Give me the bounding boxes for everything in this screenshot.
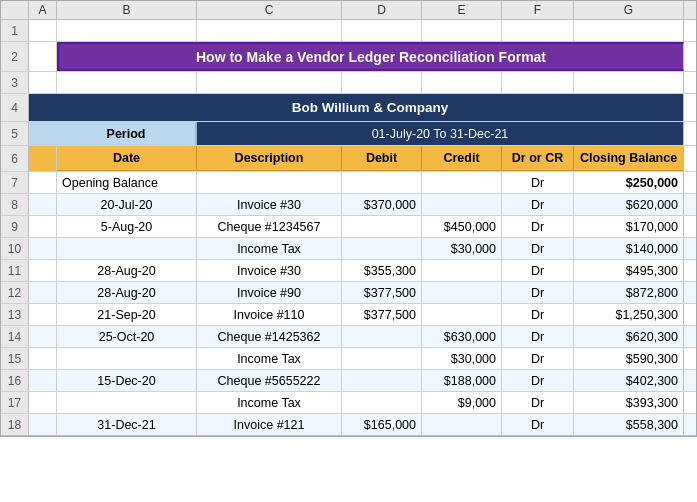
col-hdr-desc: Description: [197, 146, 342, 171]
corner-cell: [1, 1, 29, 19]
r11-desc: Invoice #30: [197, 260, 342, 281]
row-4: 4 Bob Willium & Company: [1, 94, 696, 122]
row-num-7: 7: [1, 172, 29, 193]
r17-desc: Income Tax: [197, 392, 342, 413]
r11-debit: $355,300: [342, 260, 422, 281]
col-header-g: G: [574, 1, 684, 19]
r1-b: [57, 20, 197, 41]
r15-credit: $30,000: [422, 348, 502, 369]
r17-date: [57, 392, 197, 413]
r4-a: [29, 94, 57, 121]
r16-a: [29, 370, 57, 391]
col-header-c: C: [197, 1, 342, 19]
row-10: 10 Income Tax $30,000 Dr $140,000: [1, 238, 696, 260]
r15-date: [57, 348, 197, 369]
row-2: 2 How to Make a Vendor Ledger Reconcilia…: [1, 42, 696, 72]
r3-g: [574, 72, 684, 93]
r18-a: [29, 414, 57, 435]
period-label: Period: [57, 122, 197, 145]
r7-drcr: Dr: [502, 172, 574, 193]
row-7: 7 Opening Balance Dr $250,000: [1, 172, 696, 194]
r18-credit: [422, 414, 502, 435]
row-num-2: 2: [1, 42, 29, 71]
r11-drcr: Dr: [502, 260, 574, 281]
row-18: 18 31-Dec-21 Invoice #121 $165,000 Dr $5…: [1, 414, 696, 436]
r9-credit: $450,000: [422, 216, 502, 237]
r7-credit: [422, 172, 502, 193]
r8-closing: $620,000: [574, 194, 684, 215]
r1-f: [502, 20, 574, 41]
row-num-14: 14: [1, 326, 29, 347]
r8-desc: Invoice #30: [197, 194, 342, 215]
r9-desc: Cheque #1234567: [197, 216, 342, 237]
r16-closing: $402,300: [574, 370, 684, 391]
r12-drcr: Dr: [502, 282, 574, 303]
row-3: 3: [1, 72, 696, 94]
row-num-17: 17: [1, 392, 29, 413]
r11-a: [29, 260, 57, 281]
row-num-9: 9: [1, 216, 29, 237]
row-num-13: 13: [1, 304, 29, 325]
r9-debit: [342, 216, 422, 237]
r7-date: Opening Balance: [57, 172, 197, 193]
r7-desc: [197, 172, 342, 193]
r9-a: [29, 216, 57, 237]
r12-closing: $872,800: [574, 282, 684, 303]
r13-desc: Invoice #110: [197, 304, 342, 325]
row-6: 6 Date Description Debit Credit Dr or CR…: [1, 146, 696, 172]
r18-date: 31-Dec-21: [57, 414, 197, 435]
column-header-row: A B C D E F G: [1, 1, 696, 20]
r14-credit: $630,000: [422, 326, 502, 347]
r10-drcr: Dr: [502, 238, 574, 259]
company-cell: Bob Willium & Company: [57, 94, 684, 121]
row-8: 8 20-Jul-20 Invoice #30 $370,000 Dr $620…: [1, 194, 696, 216]
row-num-11: 11: [1, 260, 29, 281]
r8-date: 20-Jul-20: [57, 194, 197, 215]
row-14: 14 25-Oct-20 Cheque #1425362 $630,000 Dr…: [1, 326, 696, 348]
r14-closing: $620,300: [574, 326, 684, 347]
r1-e: [422, 20, 502, 41]
row-16: 16 15-Dec-20 Cheque #5655222 $188,000 Dr…: [1, 370, 696, 392]
r13-debit: $377,500: [342, 304, 422, 325]
r8-a: [29, 194, 57, 215]
r13-credit: [422, 304, 502, 325]
r16-desc: Cheque #5655222: [197, 370, 342, 391]
r14-debit: [342, 326, 422, 347]
r16-date: 15-Dec-20: [57, 370, 197, 391]
r5-a: [29, 122, 57, 145]
r1-a: [29, 20, 57, 41]
r12-desc: Invoice #90: [197, 282, 342, 303]
row-num-3: 3: [1, 72, 29, 93]
row-11: 11 28-Aug-20 Invoice #30 $355,300 Dr $49…: [1, 260, 696, 282]
row-17: 17 Income Tax $9,000 Dr $393,300: [1, 392, 696, 414]
r18-debit: $165,000: [342, 414, 422, 435]
r17-debit: [342, 392, 422, 413]
r13-a: [29, 304, 57, 325]
r3-e: [422, 72, 502, 93]
r1-c: [197, 20, 342, 41]
r11-date: 28-Aug-20: [57, 260, 197, 281]
row-9: 9 5-Aug-20 Cheque #1234567 $450,000 Dr $…: [1, 216, 696, 238]
r18-desc: Invoice #121: [197, 414, 342, 435]
r12-debit: $377,500: [342, 282, 422, 303]
r1-g: [574, 20, 684, 41]
r17-drcr: Dr: [502, 392, 574, 413]
row-15: 15 Income Tax $30,000 Dr $590,300: [1, 348, 696, 370]
r14-desc: Cheque #1425362: [197, 326, 342, 347]
r13-date: 21-Sep-20: [57, 304, 197, 325]
row-12: 12 28-Aug-20 Invoice #90 $377,500 Dr $87…: [1, 282, 696, 304]
col-hdr-debit: Debit: [342, 146, 422, 171]
row-num-16: 16: [1, 370, 29, 391]
row-num-18: 18: [1, 414, 29, 435]
row-num-6: 6: [1, 146, 29, 171]
r9-drcr: Dr: [502, 216, 574, 237]
r15-drcr: Dr: [502, 348, 574, 369]
r10-credit: $30,000: [422, 238, 502, 259]
r10-debit: [342, 238, 422, 259]
r17-credit: $9,000: [422, 392, 502, 413]
r3-c: [197, 72, 342, 93]
r13-closing: $1,250,300: [574, 304, 684, 325]
r16-drcr: Dr: [502, 370, 574, 391]
title-cell: How to Make a Vendor Ledger Reconciliati…: [57, 42, 684, 71]
r10-date: [57, 238, 197, 259]
